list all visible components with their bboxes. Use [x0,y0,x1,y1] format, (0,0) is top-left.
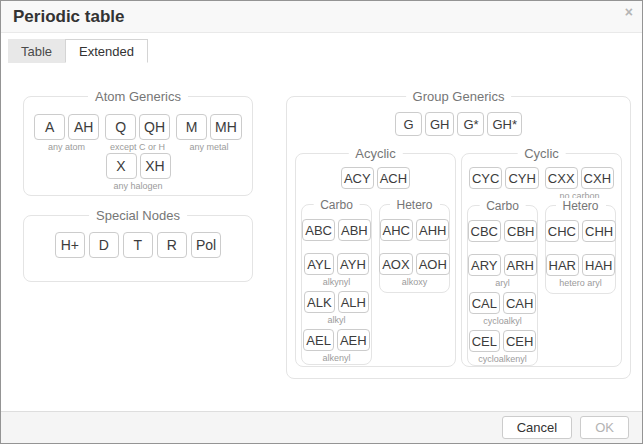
right-column: Group Generics G GH G* GH* Acyclic ACY [286,96,631,411]
dialog-content: Atom Generics A AH any atom Q QH [1,63,642,411]
pair-cycloalkyl: CAL CAH cycloalkyl [469,292,537,327]
button-ayh[interactable]: AYH [337,253,369,275]
pair-aryl: ARY ARH aryl [468,254,537,289]
pair-chc: CHC CHH [545,220,616,242]
button-ael[interactable]: AEL [303,329,334,351]
button-abh[interactable]: ABH [338,219,371,241]
group-generics-sub-row: Acyclic ACY ACH Carbo [287,153,630,367]
pair-alkyl: ALK ALH alkyl [304,291,369,326]
button-r[interactable]: R [157,232,187,258]
button-cel[interactable]: CEL [469,330,500,352]
fieldset-acyclic-carbo: Carbo ABC ABH AYL [301,204,372,365]
button-mh[interactable]: MH [210,114,242,140]
caption-hetero-aryl: hetero aryl [559,278,602,289]
button-chh[interactable]: CHH [582,220,616,242]
pair-alkoxy: AOX AOH alkoxy [379,253,450,288]
button-arh[interactable]: ARH [504,254,537,276]
button-pol[interactable]: Pol [191,232,221,258]
button-ayl[interactable]: AYL [304,253,334,275]
button-gh[interactable]: GH [425,112,455,136]
button-t[interactable]: T [123,232,153,258]
pair-any-metal: M MH any metal [176,114,242,153]
caption-any-metal: any metal [189,142,228,153]
button-acy[interactable]: ACY [341,167,374,189]
fieldset-group-generics: Group Generics G GH G* GH* Acyclic ACY [286,96,631,379]
fieldset-acyclic-hetero: Hetero AHC AHH AOX [379,204,450,293]
button-ahh[interactable]: AHH [416,219,449,241]
tab-bar: Table Extended [1,33,642,63]
fieldset-cyclic-hetero: Hetero CHC CHH HAR [545,205,616,294]
button-hah[interactable]: HAH [582,254,615,276]
tab-extended[interactable]: Extended [65,39,148,63]
fieldset-cyclic: Cyclic CYC CYH CXX [461,153,622,367]
ok-button[interactable]: OK [580,416,629,439]
button-ah[interactable]: AH [68,114,99,140]
caption-alkynyl: alkynyl [323,277,351,288]
fieldset-special-nodes: Special Nodes H+ D T R Pol [23,215,253,282]
pair-hetero-aryl: HAR HAH hetero aryl [546,254,616,289]
cyclic-top-row: CYC CYH CXX CXH no carbon [462,167,621,202]
button-cbh[interactable]: CBH [504,220,537,242]
pair-ahc: AHC AHH [380,219,450,241]
button-aeh[interactable]: AEH [337,329,370,351]
button-cxx[interactable]: CXX [545,167,578,189]
caption-alkenyl: alkenyl [322,353,350,364]
special-nodes-row: H+ D T R Pol [24,232,252,258]
button-a[interactable]: A [34,114,65,140]
button-alk[interactable]: ALK [304,291,335,313]
button-cal[interactable]: CAL [469,292,500,314]
cancel-button[interactable]: Cancel [502,416,572,439]
dialog-title: Periodic table [13,7,124,27]
cyclic-columns: Carbo CBC CBH ARY [462,205,621,366]
button-qh[interactable]: QH [139,114,170,140]
button-aox[interactable]: AOX [379,253,412,275]
acyclic-carbo-legend: Carbo [313,197,360,214]
caption-cycloalkyl: cycloalkyl [483,316,522,327]
tab-table[interactable]: Table [8,39,65,63]
button-alh[interactable]: ALH [338,291,369,313]
atom-generics-row1: A AH any atom Q QH except C or H [24,114,252,153]
pair-no-carbon: CXX CXH no carbon [545,167,614,202]
button-chc[interactable]: CHC [545,220,579,242]
left-column: Atom Generics A AH any atom Q QH [23,96,253,411]
button-cbc[interactable]: CBC [468,220,501,242]
button-g-star[interactable]: G* [457,112,484,136]
button-h-plus[interactable]: H+ [55,232,85,258]
button-xh[interactable]: XH [140,153,171,179]
caption-cycloalkenyl: cycloalkenyl [478,354,527,365]
acyclic-top-row: ACY ACH [296,167,455,189]
acyclic-columns: Carbo ABC ABH AYL [296,204,455,365]
button-gh-star[interactable]: GH* [487,112,522,136]
pair-any-halogen: X XH any halogen [106,153,171,192]
caption-aryl: aryl [495,278,510,289]
button-ary[interactable]: ARY [468,254,501,276]
button-cah[interactable]: CAH [503,292,536,314]
atom-generics-legend: Atom Generics [88,88,188,105]
fieldset-acyclic: Acyclic ACY ACH Carbo [295,153,456,367]
acyclic-legend: Acyclic [348,145,402,162]
button-x[interactable]: X [106,153,137,179]
pair-cycloalkenyl: CEL CEH cycloalkenyl [469,330,537,365]
button-ach[interactable]: ACH [377,167,410,189]
pair-alkenyl: AEL AEH alkenyl [303,329,369,364]
button-cyc[interactable]: CYC [469,167,502,189]
fieldset-cyclic-carbo: Carbo CBC CBH ARY [467,205,538,366]
button-ahc[interactable]: AHC [380,219,413,241]
button-abc[interactable]: ABC [302,219,335,241]
button-d[interactable]: D [89,232,119,258]
caption-alkyl: alkyl [327,315,345,326]
close-icon[interactable]: × [625,4,633,20]
pair-cbc: CBC CBH [468,220,538,242]
button-har[interactable]: HAR [546,254,579,276]
button-m[interactable]: M [176,114,207,140]
pair-any-atom: A AH any atom [34,114,99,153]
button-q[interactable]: Q [105,114,136,140]
fieldset-atom-generics: Atom Generics A AH any atom Q QH [23,96,253,196]
button-ceh[interactable]: CEH [503,330,536,352]
button-aoh[interactable]: AOH [416,253,450,275]
button-g[interactable]: G [395,112,422,136]
caption-except-c-or-h: except C or H [110,142,165,153]
button-cyh[interactable]: CYH [505,167,538,189]
button-cxh[interactable]: CXH [581,167,614,189]
periodic-table-dialog: Periodic table × Table Extended Atom Gen… [0,0,643,444]
